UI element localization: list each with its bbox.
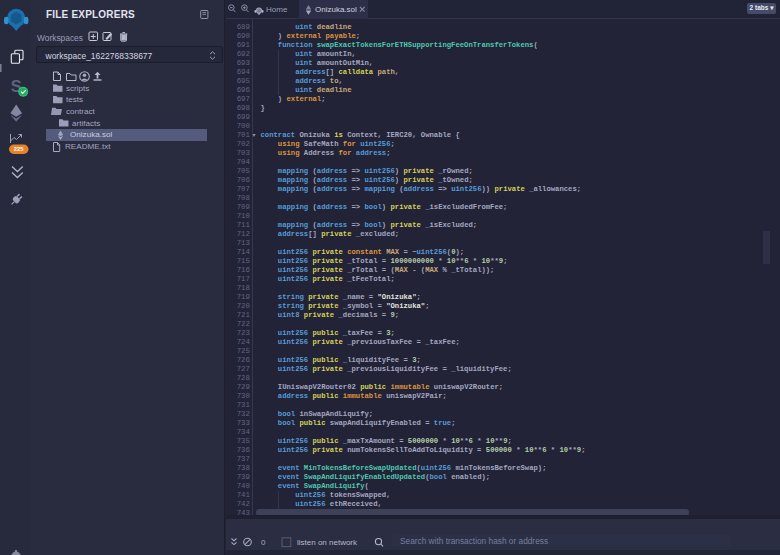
svg-text:listen on network: listen on network	[297, 538, 358, 547]
svg-text:225: 225	[14, 146, 24, 152]
svg-text:0: 0	[261, 538, 266, 547]
